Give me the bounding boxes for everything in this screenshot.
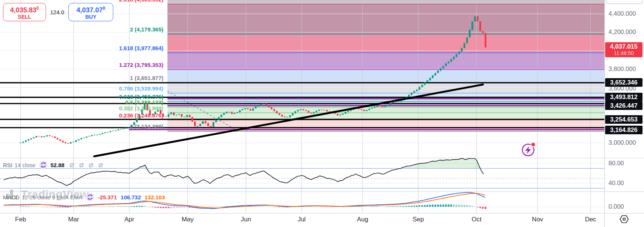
fib-level-label: 2.618 (4,505.552) — [0, 0, 163, 3]
rsi-title: RSI — [3, 162, 12, 168]
last-price-countdown: 11:46:50 — [605, 50, 643, 56]
price-scale-label: 4,200.000 — [608, 28, 636, 36]
price-scale-badge: 3,652.346 — [605, 78, 643, 87]
sell-label: SELL — [18, 14, 31, 20]
macd-loading-icon — [86, 193, 94, 201]
macd-title: MACD — [3, 194, 19, 200]
quick-trade-flash-icon[interactable] — [523, 142, 536, 156]
month-label-apr: Apr — [118, 216, 141, 223]
rsi-empty-plots: ØØØØ — [64, 162, 103, 168]
month-label-nov: Nov — [526, 216, 549, 223]
fib-level-label: 1.618 (3,977.864) — [0, 45, 163, 51]
month-label-mar: Mar — [62, 216, 85, 223]
fib-level-label: 1.272 (3,795.353) — [0, 62, 163, 68]
last-price-badge: 4,037.015 11:46:50 — [605, 42, 643, 57]
rsi-params: 14 close — [15, 162, 36, 168]
month-label-oct: Oct — [465, 216, 488, 223]
rsi-empty-plot-symbol: Ø — [89, 162, 93, 168]
month-label-sep: Sep — [407, 216, 429, 223]
rsi-legend: RSI 14 close 52.88 ØØØØ — [3, 161, 103, 169]
spread-value: 124.0 — [46, 9, 68, 15]
sell-price: 4,035.83 — [10, 6, 36, 14]
buy-label: BUY — [85, 14, 96, 20]
fib-level-label: 0.382 (3,325.889) — [0, 105, 163, 111]
price-scale-badge: 3,164.826 — [605, 126, 643, 134]
price-scale-label: 3,000.000 — [608, 139, 636, 146]
price-scale-badge: 3,493.812 — [605, 93, 643, 101]
fib-level-label: 0.236 (3,248.876) — [0, 112, 163, 119]
fib-level-label: 0 (3,124.389) — [0, 123, 163, 130]
price-scale-label: 40.00 — [608, 180, 624, 187]
fib-level-label: 0.786 (3,538.994) — [0, 85, 163, 92]
rsi-empty-plot-symbol: Ø — [98, 162, 103, 168]
price-scale-label: 4,400.000 — [608, 10, 636, 17]
sell-price-pip: 0 — [36, 6, 39, 11]
month-label-may: May — [176, 216, 199, 223]
trading-chart-window: 2.618 (4,505.552)2 (4,179.365)1.618 (3,9… — [0, 0, 644, 227]
fib-extension-bands — [167, 0, 604, 131]
price-scale-label: 3,800.000 — [608, 65, 636, 73]
sell-button[interactable]: 4,035.830 SELL — [3, 3, 46, 21]
rsi-value: 52.88 — [50, 162, 65, 168]
price-scale-badge: 3,254.653 — [605, 115, 643, 124]
month-label-feb: Feb — [9, 216, 32, 223]
rsi-empty-plot-symbol: Ø — [70, 162, 74, 168]
price-scale-badge: 3,426.447 — [605, 101, 643, 110]
fib-level-label: 1 (3,651.877) — [0, 75, 163, 81]
price-scale-label: 0.000 — [608, 203, 624, 210]
buy-price: 4,037.07 — [77, 6, 103, 14]
macd-line-value: 106.732 — [121, 194, 141, 200]
macd-hist-value: -25.371 — [98, 194, 117, 200]
last-price-value: 4,037.015 — [605, 43, 643, 50]
month-label-aug: Aug — [351, 216, 374, 223]
macd-params: 12 26 close 9 EMA EMA — [22, 194, 82, 200]
month-label-dec: Dec — [579, 216, 602, 223]
fib-level-label: 2 (4,179.365) — [0, 26, 163, 33]
macd-signal-value: 132.103 — [145, 194, 165, 200]
macd-legend: MACD 12 26 close 9 EMA EMA -25.371 106.7… — [3, 193, 165, 201]
buy-button[interactable]: 4,037.070 BUY — [68, 3, 113, 21]
month-label-jul: Jul — [290, 216, 313, 223]
rsi-loading-icon — [39, 161, 47, 169]
clipped-scale-box — [606, 0, 642, 4]
rsi-empty-plot-symbol: Ø — [79, 162, 84, 168]
buy-price-pip: 0 — [103, 6, 105, 11]
price-scale-label: 80.00 — [608, 160, 624, 167]
month-label-jun: Jun — [235, 216, 257, 223]
hexagon-settings-icon[interactable] — [620, 216, 628, 223]
